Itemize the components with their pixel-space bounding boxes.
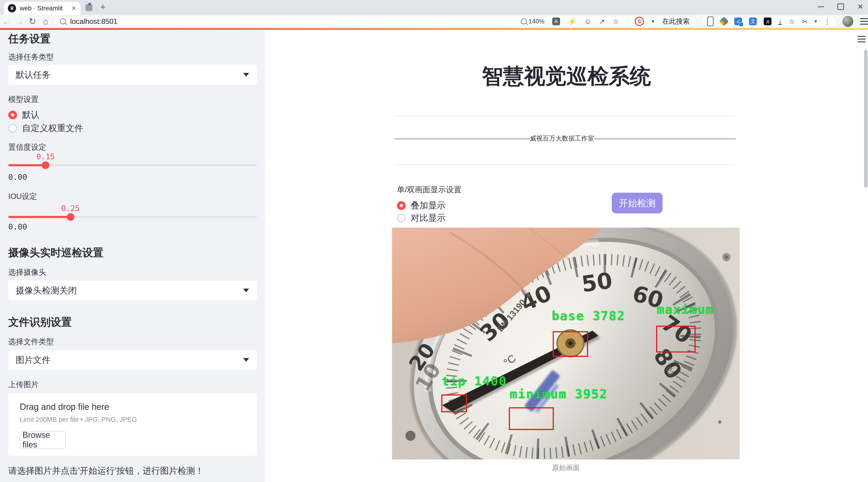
dial-number: 50	[580, 267, 614, 297]
model-option-default[interactable]: 默认	[8, 109, 39, 121]
scrollbar-thumb[interactable]	[864, 50, 868, 188]
home-icon[interactable]: ⌂	[39, 17, 52, 26]
scissors-dropdown-icon[interactable]: ▾	[814, 19, 817, 24]
file-settings-title: 文件识别设置	[8, 315, 72, 329]
forward-icon[interactable]: →	[13, 17, 26, 26]
slider-thumb[interactable]	[67, 213, 74, 221]
browse-files-button[interactable]: Browse files	[20, 431, 66, 449]
avatar[interactable]	[842, 16, 853, 27]
zoom-icon[interactable]	[521, 19, 527, 24]
browser-menu-icon[interactable]	[860, 18, 868, 25]
detection-box	[441, 394, 467, 412]
search-engine-icon[interactable]: S	[635, 17, 644, 26]
chevron-down-icon	[243, 73, 249, 77]
sidebar-hint: 请选择图片并点击'开始运行'按钮，进行图片检测！	[8, 465, 204, 477]
zoom-level[interactable]: 140%	[529, 18, 545, 25]
detection-box	[553, 331, 588, 357]
url-text[interactable]: localhost:8501	[70, 17, 521, 26]
browser-toolbar: ← → ↻ ⌂ localhost:8501 140% A ⚡ ☺ ↗ ☆ S …	[0, 15, 868, 28]
camera-select-label: 选择摄像头	[8, 267, 46, 277]
start-detection-button[interactable]: 开始检测	[612, 193, 662, 213]
window-controls: ✕	[818, 2, 863, 11]
search-here-label[interactable]: 在此搜索	[662, 17, 690, 26]
radio-icon	[8, 124, 17, 133]
slider-min: 0.00	[8, 222, 27, 231]
slider-fill	[8, 216, 70, 218]
camera-settings-title: 摄像头实时巡检设置	[8, 246, 103, 260]
download-icon[interactable]: ↓	[778, 18, 782, 25]
file-type-label: 选择文件类型	[8, 337, 54, 347]
scissors-icon[interactable]: ✂	[802, 18, 808, 26]
iou-slider[interactable]: 0.25	[8, 216, 257, 218]
upload-label: 上传图片	[8, 380, 39, 390]
url-bar[interactable]: localhost:8501 140% A ⚡ ☺ ↗ ☆ S ▾ 在此搜索	[54, 16, 697, 27]
divider	[395, 164, 735, 165]
translate-extension-icon[interactable]: 文	[749, 18, 757, 25]
restore-button[interactable]	[837, 3, 844, 10]
translate-page-icon[interactable]: A	[552, 18, 560, 25]
detection-label: tip 1400	[442, 374, 507, 388]
reader-face-icon[interactable]: ☺	[584, 18, 591, 25]
chevron-down-icon	[243, 289, 249, 292]
screen: ♛ web · Streamlit ✕ + ✕ ← → ↻ ⌂ localhos…	[0, 0, 868, 482]
window-close-button[interactable]: ✕	[857, 2, 863, 11]
slider-value: 0.15	[36, 152, 55, 161]
lightning-icon[interactable]: ⚡	[568, 18, 577, 26]
notion-like-icon[interactable]: n	[764, 18, 772, 25]
display-option-compare[interactable]: 对比显示	[397, 212, 445, 224]
model-option-custom[interactable]: 自定义权重文件	[8, 122, 83, 134]
camera-select[interactable]: 摄像头检测关闭	[8, 280, 257, 300]
detection-box	[656, 326, 695, 353]
extensions-container: ✓! 文 n ↓ ☆ ✂ ▾ ⋮	[702, 16, 837, 27]
radio-selected-icon	[8, 111, 17, 119]
confidence-label: 置信度设定	[8, 142, 46, 152]
slider-thumb[interactable]	[42, 161, 50, 169]
display-option-overlay[interactable]: 叠加显示	[397, 200, 445, 211]
streamlit-favicon-icon: ♛	[8, 4, 16, 12]
slider-value: 0.25	[61, 204, 80, 213]
chevron-down-icon[interactable]: ▾	[652, 19, 654, 24]
share-icon[interactable]: ↗	[599, 18, 605, 26]
detection-label: base 3782	[552, 309, 625, 323]
back-icon[interactable]: ←	[0, 17, 13, 26]
browser-tab-strip: ♛ web · Streamlit ✕ + ✕	[0, 0, 868, 15]
main-content: 智慧视觉巡检系统 —————————————————————威视百万大数据工作室…	[265, 30, 868, 482]
app-menu-icon[interactable]	[858, 36, 865, 42]
tab-close-icon[interactable]: ✕	[71, 5, 76, 12]
file-dropzone[interactable]: Drag and drop file here Limit 200MB per …	[8, 393, 257, 456]
page-title: 智慧视觉巡检系统	[265, 62, 868, 91]
minimize-button[interactable]	[818, 6, 824, 7]
gemini-icon[interactable]	[719, 17, 729, 26]
chevron-down-icon	[243, 358, 249, 362]
display-mode-label: 单/双画面显示设置	[397, 184, 462, 195]
bookmark-star-icon[interactable]: ☆	[613, 18, 619, 26]
checklist-extension-icon[interactable]: ✓!	[734, 18, 742, 25]
radio-icon	[397, 214, 406, 222]
task-type-select[interactable]: 默认任务	[8, 65, 257, 85]
dropzone-text: Drag and drop file here	[20, 402, 109, 412]
new-tab-button[interactable]: +	[100, 2, 105, 12]
sidebar: 任务设置 选择任务类型 默认任务 模型设置 默认 自定义权重文件 置信度设定 0…	[0, 30, 265, 482]
detection-label: maximum	[657, 302, 714, 317]
confidence-slider[interactable]: 0.15	[8, 164, 257, 166]
detection-box	[509, 407, 554, 430]
detection-image: 10 20 30 40 50 60 70 80 EN 13190 °C 03	[392, 228, 740, 459]
star-icon[interactable]: ☆	[789, 18, 795, 26]
tab-title: web · Streamlit	[20, 5, 63, 12]
radio-selected-icon	[397, 201, 406, 210]
dropzone-limit: Limit 200MB per file • JPG, PNG, JPEG	[20, 416, 137, 423]
phone-icon[interactable]	[707, 17, 714, 26]
search-icon	[60, 19, 66, 24]
tab-group-dot-icon	[88, 3, 91, 5]
detection-label: minimum 3952	[510, 387, 608, 401]
file-type-select[interactable]: 图片文件	[8, 350, 257, 370]
model-settings-label: 模型设置	[8, 94, 39, 104]
divider	[395, 116, 735, 116]
reload-icon[interactable]: ↻	[26, 16, 39, 26]
streamlit-decoration-bar	[0, 28, 868, 30]
browser-tab[interactable]: ♛ web · Streamlit ✕	[4, 2, 81, 15]
overflow-menu-icon[interactable]: ⋮	[824, 18, 831, 26]
slider-fill	[8, 164, 45, 166]
slider-min: 0.00	[8, 173, 27, 182]
image-caption: 原始画面	[392, 463, 740, 473]
